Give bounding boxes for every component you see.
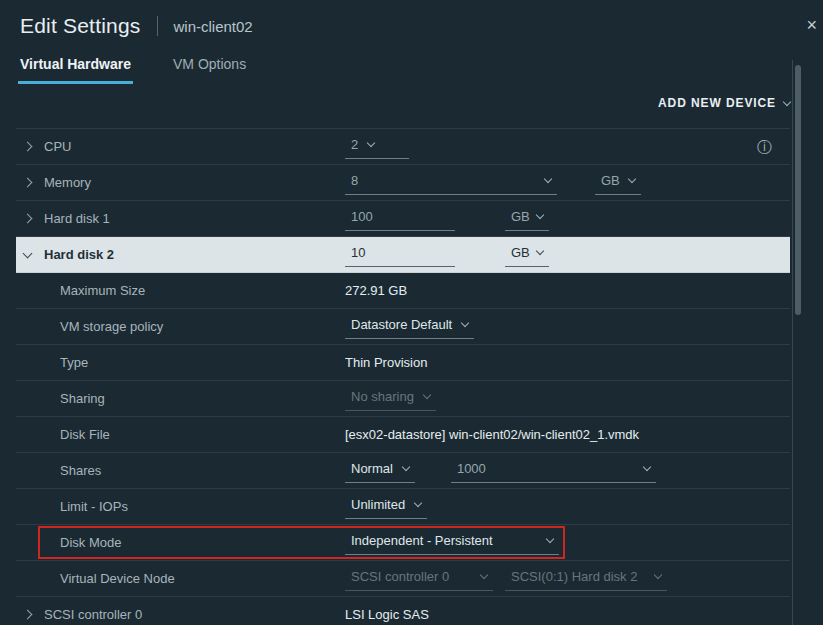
chevron-down-icon xyxy=(536,247,544,255)
scsi-controller-0-label: SCSI controller 0 xyxy=(44,607,142,622)
table-row-type: Type Thin Provision xyxy=(16,345,790,381)
maximum-size-label: Maximum Size xyxy=(16,283,345,298)
info-icon[interactable]: ⓘ xyxy=(757,139,772,154)
limit-iops-select[interactable]: Unlimited xyxy=(345,494,427,519)
scsi-controller-0-value: LSI Logic SAS xyxy=(345,607,429,622)
expand-chevron-icon[interactable] xyxy=(23,214,33,224)
disk-file-label: Disk File xyxy=(16,427,345,442)
shares-label: Shares xyxy=(16,463,345,478)
maximum-size-value: 272.91 GB xyxy=(345,283,407,298)
table-row-disk-file: Disk File [esx02-datastore] win-client02… xyxy=(16,417,790,453)
shares-level-select[interactable]: Normal xyxy=(345,458,415,483)
dialog-header: Edit Settings win-client02 × xyxy=(0,0,823,46)
chevron-down-icon xyxy=(461,319,469,327)
chevron-down-icon xyxy=(546,535,554,543)
table-row-disk-mode: Disk Mode Independent - Persistent xyxy=(16,525,790,561)
chevron-down-icon xyxy=(544,175,552,183)
disk-mode-select[interactable]: Independent - Persistent xyxy=(345,530,559,555)
chevron-down-icon xyxy=(367,139,375,147)
hardware-table: CPU 2 ⓘ Memory 8 GB H xyxy=(16,128,790,625)
memory-label: Memory xyxy=(44,175,91,190)
vm-storage-policy-select[interactable]: Datastore Default xyxy=(345,314,474,339)
collapse-chevron-icon[interactable] xyxy=(23,248,33,258)
memory-value-combobox[interactable]: 8 xyxy=(345,170,557,195)
disk-mode-label: Disk Mode xyxy=(16,535,345,550)
table-row-virtual-device-node: Virtual Device Node SCSI controller 0 SC… xyxy=(16,561,790,597)
table-row-memory: Memory 8 GB xyxy=(16,165,790,201)
device-node-select: SCSI(0:1) Hard disk 2 xyxy=(505,566,667,591)
sharing-label: Sharing xyxy=(16,391,345,406)
expand-chevron-icon[interactable] xyxy=(23,142,33,152)
tab-vm-options[interactable]: VM Options xyxy=(171,46,248,84)
tab-virtual-hardware[interactable]: Virtual Hardware xyxy=(18,46,133,84)
table-row-maximum-size: Maximum Size 272.91 GB xyxy=(16,273,790,309)
cpu-count-select[interactable]: 2 xyxy=(345,134,409,159)
table-row-vm-storage-policy: VM storage policy Datastore Default xyxy=(16,309,790,345)
type-label: Type xyxy=(16,355,345,370)
hard-disk-1-unit-select[interactable]: GB xyxy=(505,206,549,231)
hard-disk-2-label: Hard disk 2 xyxy=(44,247,114,262)
vertical-scrollbar[interactable] xyxy=(792,60,803,625)
table-row-cpu: CPU 2 ⓘ xyxy=(16,129,790,165)
chevron-down-icon xyxy=(783,97,791,105)
limit-iops-label: Limit - IOPs xyxy=(16,499,345,514)
scsi-controller-select: SCSI controller 0 xyxy=(345,566,493,591)
table-row-hard-disk-1: Hard disk 1 100 GB xyxy=(16,201,790,237)
expand-chevron-icon[interactable] xyxy=(23,610,33,620)
chevron-down-icon xyxy=(402,463,410,471)
chevron-down-icon xyxy=(423,391,431,399)
hard-disk-1-label: Hard disk 1 xyxy=(44,211,110,226)
shares-amount-select[interactable]: 1000 xyxy=(451,458,656,483)
vm-storage-policy-label: VM storage policy xyxy=(16,319,345,334)
hard-disk-1-size-input[interactable]: 100 xyxy=(345,206,455,231)
toolbar: ADD NEW DEVICE xyxy=(0,84,823,116)
chevron-down-icon xyxy=(628,175,636,183)
add-new-device-label: ADD NEW DEVICE xyxy=(658,96,776,110)
close-icon[interactable]: × xyxy=(806,16,817,34)
table-row-scsi-controller-0: SCSI controller 0 LSI Logic SAS xyxy=(16,597,790,625)
memory-unit-select[interactable]: GB xyxy=(595,170,641,195)
chevron-down-icon xyxy=(643,463,651,471)
table-row-shares: Shares Normal 1000 xyxy=(16,453,790,489)
disk-file-value: [esx02-datastore] win-client02/win-clien… xyxy=(345,427,639,442)
sharing-select: No sharing xyxy=(345,386,436,411)
dialog-title: Edit Settings xyxy=(20,14,141,38)
table-row-limit-iops: Limit - IOPs Unlimited xyxy=(16,489,790,525)
virtual-device-node-label: Virtual Device Node xyxy=(16,571,345,586)
vm-name: win-client02 xyxy=(174,18,253,35)
chevron-down-icon xyxy=(480,571,488,579)
cpu-label: CPU xyxy=(44,139,71,154)
type-value: Thin Provision xyxy=(345,355,427,370)
hard-disk-2-unit-select[interactable]: GB xyxy=(505,242,549,267)
expand-chevron-icon[interactable] xyxy=(23,178,33,188)
chevron-down-icon xyxy=(536,211,544,219)
tab-bar: Virtual Hardware VM Options xyxy=(0,46,823,84)
table-row-hard-disk-2: Hard disk 2 10 GB xyxy=(16,237,790,273)
scrollbar-thumb[interactable] xyxy=(795,65,801,315)
chevron-down-icon xyxy=(414,499,422,507)
add-new-device-button[interactable]: ADD NEW DEVICE xyxy=(658,96,790,110)
table-row-sharing: Sharing No sharing xyxy=(16,381,790,417)
header-divider xyxy=(157,16,158,36)
hard-disk-2-size-input[interactable]: 10 xyxy=(345,242,455,267)
chevron-down-icon xyxy=(654,571,662,579)
